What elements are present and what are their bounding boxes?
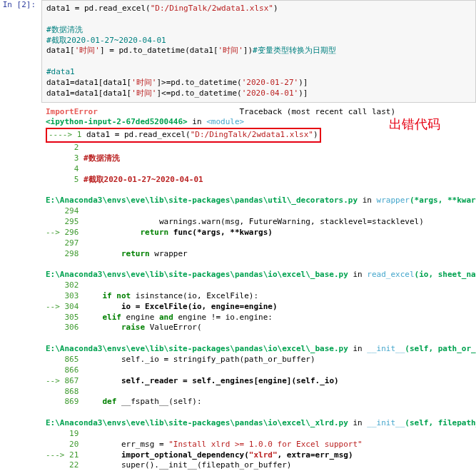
input-prompt: In [2]: xyxy=(0,0,41,103)
code-text: data1 = pd.read_excel("D:/DingTalk/2wdat… xyxy=(46,4,471,99)
traceback-text: ImportError Traceback (most recent call … xyxy=(46,107,472,471)
error-highlight-box: ----> 1 data1 = pd.read_excel("D:/DingTa… xyxy=(46,128,321,143)
code-input[interactable]: data1 = pd.read_excel("D:/DingTalk/2wdat… xyxy=(41,0,476,103)
output-cell: 出错代码 ImportError Traceback (most recent … xyxy=(0,103,476,471)
output-prompt xyxy=(0,103,41,471)
input-cell: In [2]: data1 = pd.read_excel("D:/DingTa… xyxy=(0,0,476,103)
traceback-output[interactable]: 出错代码 ImportError Traceback (most recent … xyxy=(41,103,476,471)
annotation-label: 出错代码 xyxy=(389,116,440,133)
